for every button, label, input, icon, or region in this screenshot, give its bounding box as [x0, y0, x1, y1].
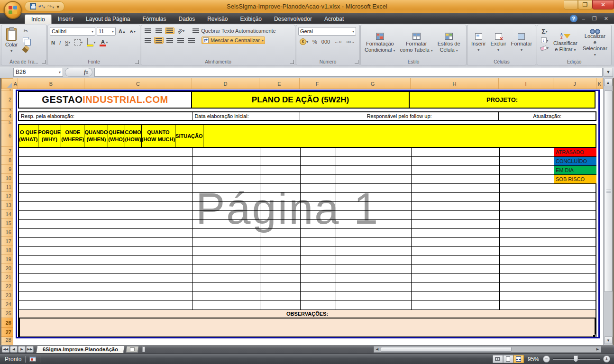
empty-cell[interactable] — [260, 211, 301, 220]
empty-cell[interactable] — [301, 265, 336, 274]
empty-cell[interactable] — [336, 166, 412, 175]
empty-cell[interactable] — [301, 301, 336, 310]
empty-cell[interactable] — [412, 184, 500, 193]
empty-cell[interactable] — [193, 193, 260, 202]
empty-cell[interactable] — [500, 148, 554, 157]
column-header[interactable]: J — [553, 78, 596, 89]
sort-filter-button[interactable]: AZ Classificare Filtrar ▾ — [551, 27, 579, 58]
ribbon-tab[interactable]: Revisão — [201, 14, 234, 24]
empty-cell[interactable] — [412, 301, 500, 310]
empty-cell[interactable] — [412, 283, 500, 292]
row-header[interactable]: 9 — [1, 165, 13, 174]
help-icon[interactable]: ? — [570, 15, 577, 22]
empty-cell[interactable] — [260, 193, 301, 202]
zoom-track[interactable] — [553, 358, 600, 360]
zoom-thumb[interactable] — [574, 355, 578, 362]
empty-cell[interactable] — [19, 166, 193, 175]
empty-cell[interactable] — [500, 274, 554, 283]
ribbon-tab[interactable]: Acrobat — [318, 14, 350, 24]
empty-cell[interactable] — [193, 184, 260, 193]
delete-cells-button[interactable]: Excluir▾ — [489, 27, 508, 58]
empty-cell[interactable] — [500, 193, 554, 202]
empty-cell[interactable] — [412, 220, 500, 229]
empty-cell[interactable] — [554, 274, 596, 283]
restore-button[interactable]: ❐ — [578, 0, 592, 9]
row-header[interactable]: 26 — [1, 318, 13, 328]
empty-cell[interactable] — [336, 229, 412, 238]
insert-function-button[interactable]: fx — [65, 68, 92, 77]
empty-cell[interactable] — [193, 238, 260, 247]
empty-cell[interactable] — [301, 256, 336, 265]
column-header[interactable]: C — [84, 78, 192, 89]
empty-cell[interactable] — [19, 274, 193, 283]
empty-cell[interactable] — [412, 274, 500, 283]
empty-cell[interactable] — [412, 247, 500, 256]
clear-button[interactable]: ▾ — [539, 45, 550, 51]
empty-cell[interactable] — [336, 292, 412, 301]
decrease-indent-button[interactable] — [176, 37, 185, 44]
table-header-cell[interactable]: PORQUE(WHY) — [38, 125, 62, 147]
empty-cell[interactable] — [301, 247, 336, 256]
empty-cell[interactable] — [554, 229, 596, 238]
font-color-button[interactable]: A▾ — [98, 38, 109, 47]
empty-cell[interactable] — [260, 292, 301, 301]
empty-cell[interactable] — [301, 202, 336, 211]
empty-cell[interactable] — [193, 265, 260, 274]
empty-cell[interactable] — [19, 292, 193, 301]
table-header-cell[interactable]: QUEM(WHO) — [108, 125, 125, 147]
empty-cell[interactable] — [260, 238, 301, 247]
scroll-down-icon[interactable]: ▼ — [604, 337, 613, 344]
column-header[interactable]: I — [499, 78, 553, 89]
align-bottom-button[interactable] — [165, 27, 174, 34]
empty-cell[interactable] — [260, 202, 301, 211]
empty-cell[interactable] — [301, 184, 336, 193]
empty-cell[interactable] — [500, 292, 554, 301]
row-header[interactable]: 14 — [1, 210, 13, 219]
empty-cell[interactable] — [260, 265, 301, 274]
prev-sheet-icon[interactable]: ◀ — [10, 346, 18, 353]
scroll-right-icon[interactable]: ▶ — [595, 346, 601, 352]
empty-cell[interactable] — [260, 247, 301, 256]
wrap-text-button[interactable]: Quebrar Texto Automaticamente — [191, 27, 277, 35]
insert-worksheet-tab[interactable] — [126, 346, 139, 353]
last-sheet-icon[interactable]: ▶▶ — [26, 346, 34, 353]
observations-header[interactable]: OBSERVAÇÕES: — [19, 309, 596, 318]
align-top-button[interactable] — [143, 27, 153, 34]
empty-cell[interactable] — [19, 256, 193, 265]
empty-cell[interactable] — [193, 229, 260, 238]
orientation-button[interactable]: ab▾ — [176, 27, 186, 35]
conditional-formatting-button[interactable]: FormataçãoCondicional ▾ — [363, 27, 397, 58]
empty-cell[interactable] — [500, 220, 554, 229]
align-left-button[interactable] — [143, 37, 153, 44]
empty-cell[interactable] — [412, 211, 500, 220]
empty-cell[interactable] — [19, 265, 193, 274]
row-header[interactable]: 10 — [1, 174, 13, 183]
column-header[interactable]: E — [259, 78, 300, 89]
empty-cell[interactable] — [301, 211, 336, 220]
font-family-combo[interactable]: Calibri▾ — [50, 27, 95, 36]
row-header[interactable]: 17 — [1, 237, 13, 246]
comma-style-button[interactable]: 000 — [320, 38, 331, 46]
status-badge[interactable]: EM DIA — [554, 166, 596, 175]
empty-cell[interactable] — [336, 256, 412, 265]
find-select-button[interactable]: Localizar eSelecionar ▾ — [581, 27, 609, 58]
vertical-scrollbar[interactable]: ▲ ▼ — [603, 78, 613, 345]
percent-style-button[interactable]: % — [311, 38, 319, 46]
empty-cell[interactable] — [336, 301, 412, 310]
dialog-launcher-icon[interactable] — [42, 60, 46, 64]
empty-cell[interactable] — [336, 283, 412, 292]
accounting-format-button[interactable]: $▾ — [298, 37, 310, 46]
empty-cell[interactable] — [336, 220, 412, 229]
empty-cell[interactable] — [500, 256, 554, 265]
column-header[interactable]: K — [596, 78, 603, 89]
ribbon-tab[interactable]: Layout da Página — [80, 14, 136, 24]
underline-button[interactable]: S▾ — [64, 39, 72, 46]
initial-date-cell[interactable]: Data elaboração inicial: — [192, 112, 300, 120]
format-as-table-button[interactable]: Formatarcomo Tabela ▾ — [398, 27, 435, 58]
workbook-window-buttons[interactable]: – ❐ ✕ — [582, 16, 611, 22]
row-header[interactable]: 28 — [1, 337, 13, 343]
empty-cell[interactable] — [19, 184, 193, 193]
project-cell[interactable]: PROJETO: — [409, 91, 596, 109]
ribbon-tab[interactable]: Início — [25, 14, 52, 24]
empty-cell[interactable] — [193, 148, 260, 157]
